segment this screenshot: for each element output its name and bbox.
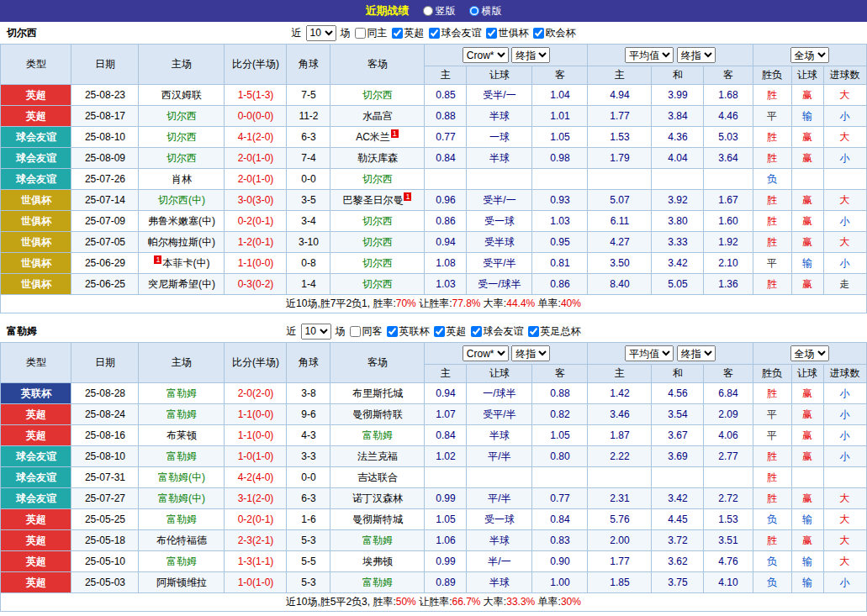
- match-score[interactable]: 0-3(0-2): [225, 274, 287, 295]
- league-checkbox[interactable]: [434, 326, 445, 337]
- away-team[interactable]: 布里斯托城: [330, 383, 425, 404]
- league-filter[interactable]: 世俱杯: [486, 26, 529, 40]
- same-venue-checkbox[interactable]: [350, 326, 361, 337]
- away-team[interactable]: 曼彻斯特联: [330, 404, 425, 425]
- match-score[interactable]: 1-5(1-3): [225, 85, 287, 106]
- layout-vertical-option[interactable]: 竖版: [423, 4, 456, 18]
- scope-select[interactable]: 全场: [790, 345, 829, 361]
- away-team[interactable]: 切尔西: [330, 274, 425, 295]
- odds-company-select[interactable]: Crow*: [463, 47, 509, 63]
- home-team[interactable]: 富勒姆: [139, 383, 225, 404]
- home-team[interactable]: 弗鲁米嫩塞(中): [139, 211, 225, 232]
- league-checkbox[interactable]: [392, 28, 403, 39]
- home-team[interactable]: 富勒姆: [139, 446, 225, 467]
- odds-final-select[interactable]: 终指: [511, 47, 550, 63]
- home-team[interactable]: 突尼斯希望(中): [139, 274, 225, 295]
- league-filter[interactable]: 球会友谊: [471, 324, 524, 339]
- match-score[interactable]: 4-2(4-0): [225, 467, 287, 488]
- home-team[interactable]: 布莱顿: [139, 425, 225, 446]
- league-checkbox[interactable]: [528, 326, 539, 337]
- match-score[interactable]: 1-3(1-1): [225, 551, 287, 572]
- league-filter[interactable]: 球会友谊: [429, 26, 482, 40]
- match-score[interactable]: 2-0(1-0): [225, 148, 287, 169]
- home-team[interactable]: 肖林: [139, 169, 225, 190]
- away-team[interactable]: 法兰克福: [330, 446, 425, 467]
- vertical-radio[interactable]: [423, 6, 433, 16]
- match-score[interactable]: 0-0(0-0): [225, 106, 287, 127]
- league-filter[interactable]: 英足总杯: [528, 324, 581, 339]
- home-team[interactable]: 富勒姆(中): [139, 467, 225, 488]
- league-filter[interactable]: 英超: [392, 26, 425, 40]
- match-score[interactable]: 3-0(3-0): [225, 190, 287, 211]
- same-venue-toggle[interactable]: 同主: [355, 26, 388, 40]
- match-score[interactable]: 1-2(0-1): [225, 232, 287, 253]
- odds-final-select[interactable]: 终指: [511, 345, 550, 361]
- avg-final-select[interactable]: 终指: [677, 47, 716, 63]
- league-checkbox[interactable]: [486, 28, 497, 39]
- match-score[interactable]: 0-2(0-1): [225, 211, 287, 232]
- away-team[interactable]: 曼彻斯特城: [330, 509, 425, 530]
- layout-horizontal-option[interactable]: 横版: [469, 4, 502, 18]
- league-checkbox[interactable]: [429, 28, 440, 39]
- match-score[interactable]: 0-2(0-1): [225, 509, 287, 530]
- league-filter[interactable]: 英联杯: [387, 324, 430, 339]
- away-team[interactable]: 切尔西: [330, 253, 425, 274]
- match-score[interactable]: 2-0(2-0): [225, 383, 287, 404]
- league-filter[interactable]: 欧会杯: [533, 26, 576, 40]
- away-team[interactable]: 切尔西: [330, 211, 425, 232]
- away-team[interactable]: 富勒姆: [330, 425, 425, 446]
- home-team[interactable]: 富勒姆: [139, 509, 225, 530]
- home-team[interactable]: 富勒姆(中): [139, 488, 225, 509]
- league-checkbox[interactable]: [533, 28, 544, 39]
- match-score[interactable]: 4-1(2-0): [225, 127, 287, 148]
- match-score[interactable]: 1-1(0-0): [225, 404, 287, 425]
- league-checkbox[interactable]: [387, 326, 398, 337]
- handicap: 半球: [467, 148, 532, 169]
- away-team[interactable]: AC米兰1: [330, 127, 425, 148]
- match-score[interactable]: 1-0(1-0): [225, 572, 287, 593]
- away-team[interactable]: 切尔西: [330, 169, 425, 190]
- away-team[interactable]: 富勒姆: [330, 572, 425, 593]
- home-team[interactable]: 阿斯顿维拉: [139, 572, 225, 593]
- match-score[interactable]: 1-1(0-0): [225, 425, 287, 446]
- avg-source-select[interactable]: 平均值: [625, 345, 674, 361]
- home-team[interactable]: 富勒姆: [139, 551, 225, 572]
- avg-source-select[interactable]: 平均值: [625, 47, 674, 63]
- away-team[interactable]: 富勒姆: [330, 530, 425, 551]
- away-team[interactable]: 切尔西: [330, 232, 425, 253]
- horizontal-radio[interactable]: [469, 6, 479, 16]
- home-team[interactable]: 布伦特福德: [139, 530, 225, 551]
- away-team[interactable]: 水晶宫: [330, 106, 425, 127]
- home-team[interactable]: 切尔西: [139, 148, 225, 169]
- away-team[interactable]: 诺丁汉森林: [330, 488, 425, 509]
- away-team[interactable]: 切尔西: [330, 85, 425, 106]
- league-checkbox[interactable]: [471, 326, 482, 337]
- scope-select[interactable]: 全场: [790, 47, 829, 63]
- league-filter[interactable]: 英超: [434, 324, 467, 339]
- home-team[interactable]: 切尔西(中): [139, 190, 225, 211]
- home-team[interactable]: 西汉姆联: [139, 85, 225, 106]
- home-team[interactable]: 帕尔梅拉斯(中): [139, 232, 225, 253]
- avg-final-select[interactable]: 终指: [677, 345, 716, 361]
- away-team[interactable]: 埃弗顿: [330, 551, 425, 572]
- away-team[interactable]: 吉达联合: [330, 467, 425, 488]
- home-team[interactable]: 富勒姆: [139, 404, 225, 425]
- same-venue-toggle[interactable]: 同客: [350, 324, 383, 339]
- match-score[interactable]: 2-0(1-0): [225, 169, 287, 190]
- col-header-score: 比分(半场): [225, 343, 287, 383]
- home-team[interactable]: 切尔西: [139, 106, 225, 127]
- home-team[interactable]: 1本菲卡(中): [139, 253, 225, 274]
- home-team[interactable]: 切尔西: [139, 127, 225, 148]
- match-score[interactable]: 1-1(0-0): [225, 253, 287, 274]
- match-score[interactable]: 3-1(2-0): [225, 488, 287, 509]
- away-team[interactable]: 勒沃库森: [330, 148, 425, 169]
- match-score[interactable]: 2-3(2-1): [225, 530, 287, 551]
- odds-value: 4.76: [704, 551, 753, 572]
- away-team[interactable]: 巴黎圣日尔曼1: [330, 190, 425, 211]
- result-cell: 小: [823, 106, 866, 127]
- match-score[interactable]: 1-0(1-0): [225, 446, 287, 467]
- odds-company-select[interactable]: Crow*: [463, 345, 509, 361]
- match-count-select[interactable]: 10: [306, 25, 336, 41]
- same-venue-checkbox[interactable]: [355, 28, 366, 39]
- match-count-select[interactable]: 10: [301, 324, 331, 340]
